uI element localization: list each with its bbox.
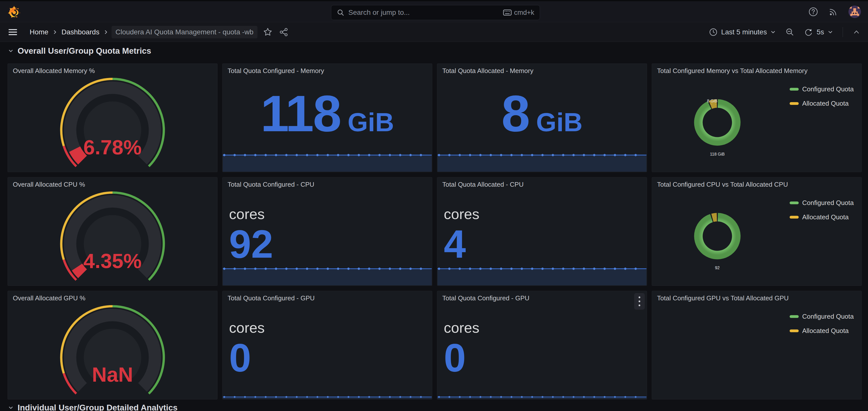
piechart-memory: 8 GiB 118 GiB: [681, 86, 754, 159]
favorite-star-icon[interactable]: [263, 27, 273, 37]
sparkline: [437, 267, 647, 285]
stat-value: 8: [502, 88, 529, 139]
stat-unit: cores: [229, 319, 265, 336]
legend-item-configured[interactable]: Configured Quota: [789, 85, 854, 93]
stat-unit: cores: [444, 319, 479, 336]
grafana-logo-icon[interactable]: [7, 6, 21, 19]
chevron-down-icon[interactable]: [828, 29, 833, 35]
legend-swatch-yellow: [789, 330, 799, 332]
help-icon[interactable]: [808, 7, 818, 17]
chevron-right-icon: [103, 30, 108, 35]
panel-title[interactable]: Overall Allocated CPU %: [13, 181, 85, 189]
panel-title[interactable]: Overall Allocated Memory %: [13, 67, 95, 75]
legend-item-configured[interactable]: Configured Quota: [789, 313, 854, 320]
panel-cpu-configured: Total Quota Configured - CPU cores 92: [222, 177, 432, 286]
panel-title[interactable]: Total Quota Configured - GPU: [442, 294, 529, 302]
stat-unit: cores: [229, 205, 265, 222]
legend-label: Allocated Quota: [802, 327, 849, 335]
panel-memory-allocated: Total Quota Allocated - Memory 8 GiB: [437, 64, 647, 172]
clock-icon: [709, 28, 718, 36]
legend-label: Configured Quota: [802, 85, 854, 93]
search-bar[interactable]: cmd+k: [331, 5, 540, 20]
gauge-memory: 6.78%: [8, 75, 217, 171]
gauge-gpu: NaN: [8, 302, 217, 398]
panel-title[interactable]: Total Quota Configured - Memory: [227, 67, 324, 75]
share-icon[interactable]: [279, 27, 288, 37]
panel-title[interactable]: Total Quota Allocated - CPU: [442, 181, 524, 189]
time-range-label: Last 5 minutes: [721, 28, 767, 36]
legend-swatch-green: [789, 202, 799, 204]
chevron-down-icon: [8, 405, 13, 411]
dashboard-grid: Overall Allocated Memory % 6.78% Total Q…: [7, 64, 862, 400]
gauge-cpu: 4.35%: [8, 189, 217, 284]
panel-cpu-allocated: Total Quota Allocated - CPU cores 4: [437, 177, 647, 286]
panel-title[interactable]: Total Configured GPU vs Total Allocated …: [657, 294, 788, 302]
user-avatar[interactable]: [848, 5, 861, 18]
panel-gpu-gauge: Overall Allocated GPU % NaN: [7, 291, 217, 400]
dashboard-toolbar: Home Dashboards Cloudera AI Quota Manage…: [0, 23, 868, 42]
slice-allocated[interactable]: [710, 104, 717, 105]
panel-cpu-donut: Total Configured CPU vs Total Allocated …: [652, 177, 862, 286]
legend-swatch-yellow: [789, 216, 799, 218]
sparkline: [223, 267, 432, 285]
stat-value: 92: [229, 224, 273, 264]
news-rss-icon[interactable]: [828, 7, 838, 17]
slice-configured[interactable]: [699, 104, 736, 141]
slice-configured[interactable]: [699, 217, 736, 255]
panel-title[interactable]: Total Quota Allocated - Memory: [442, 67, 533, 75]
panel-title[interactable]: Total Configured CPU vs Total Allocated …: [657, 181, 788, 189]
panel-memory-gauge: Overall Allocated Memory % 6.78%: [7, 64, 217, 172]
stat-unit: GiB: [536, 107, 583, 137]
zoom-out-icon[interactable]: [785, 28, 795, 37]
gauge-value: NaN: [92, 363, 133, 386]
search-shortcut-label: cmd+k: [514, 9, 534, 16]
legend-swatch-green: [789, 88, 799, 91]
panel-memory-configured: Total Quota Configured - Memory 118 GiB: [222, 64, 432, 172]
row-header-overall-metrics[interactable]: Overall User/Group Quota Metrics: [8, 46, 151, 56]
legend-item-allocated[interactable]: Allocated Quota: [789, 100, 854, 107]
section-title: Individual User/Group Detailed Analytics: [18, 403, 178, 411]
search-input[interactable]: [348, 8, 499, 16]
legend: Configured Quota Allocated Quota: [789, 85, 854, 107]
legend-swatch-yellow: [789, 102, 799, 105]
stat-unit: GiB: [348, 107, 394, 137]
stat-value-block: 8 GiB: [437, 74, 647, 153]
legend-item-allocated[interactable]: Allocated Quota: [789, 213, 854, 221]
refresh-interval-label: 5s: [816, 28, 824, 36]
panel-gpu-configured: Total Quota Configured - GPU cores 0: [222, 291, 432, 400]
breadcrumb-home[interactable]: Home: [30, 28, 49, 36]
legend-swatch-green: [789, 315, 799, 318]
legend-label: Allocated Quota: [802, 213, 849, 221]
panel-title[interactable]: Total Quota Configured - GPU: [227, 294, 315, 302]
panel-menu-kebab-icon[interactable]: [634, 293, 645, 310]
slice-label-configured: 92: [715, 266, 719, 270]
legend-item-allocated[interactable]: Allocated Quota: [789, 327, 854, 335]
legend: Configured Quota Allocated Quota: [789, 199, 854, 221]
gauge-value-arc: [74, 149, 82, 160]
stat-value: 0: [229, 338, 251, 377]
breadcrumb: Home Dashboards Cloudera AI Quota Manage…: [27, 26, 257, 38]
gauge-value-arc: [77, 267, 83, 274]
slice-label-configured: 118 GiB: [710, 152, 725, 157]
refresh-controls[interactable]: 5s: [804, 28, 833, 37]
row-header-detailed-analytics[interactable]: Individual User/Group Detailed Analytics: [8, 403, 178, 411]
sparkline: [437, 396, 647, 399]
gauge-value: 6.78%: [83, 136, 142, 158]
breadcrumb-current[interactable]: Cloudera AI Quota Management - quota -wb: [112, 26, 257, 38]
keyboard-icon: [503, 9, 512, 15]
refresh-icon[interactable]: [804, 28, 813, 37]
panel-memory-donut: Total Configured Memory vs Total Allocat…: [652, 64, 862, 172]
legend-item-configured[interactable]: Configured Quota: [789, 199, 854, 207]
time-range-picker[interactable]: Last 5 minutes: [709, 28, 776, 36]
gauge-value: 4.35%: [83, 249, 142, 272]
sparkline: [223, 153, 432, 172]
panel-title[interactable]: Total Configured Memory vs Total Allocat…: [657, 67, 807, 75]
stat-value: 0: [444, 338, 466, 377]
panel-title[interactable]: Total Quota Configured - CPU: [227, 181, 314, 189]
slice-allocated[interactable]: [712, 217, 717, 218]
breadcrumb-dashboards[interactable]: Dashboards: [62, 28, 99, 36]
chevron-right-icon: [53, 30, 58, 35]
collapse-topbar-chevron-up-icon[interactable]: [852, 28, 861, 36]
mega-menu-icon[interactable]: [7, 28, 18, 36]
panel-title[interactable]: Overall Allocated GPU %: [13, 294, 85, 302]
